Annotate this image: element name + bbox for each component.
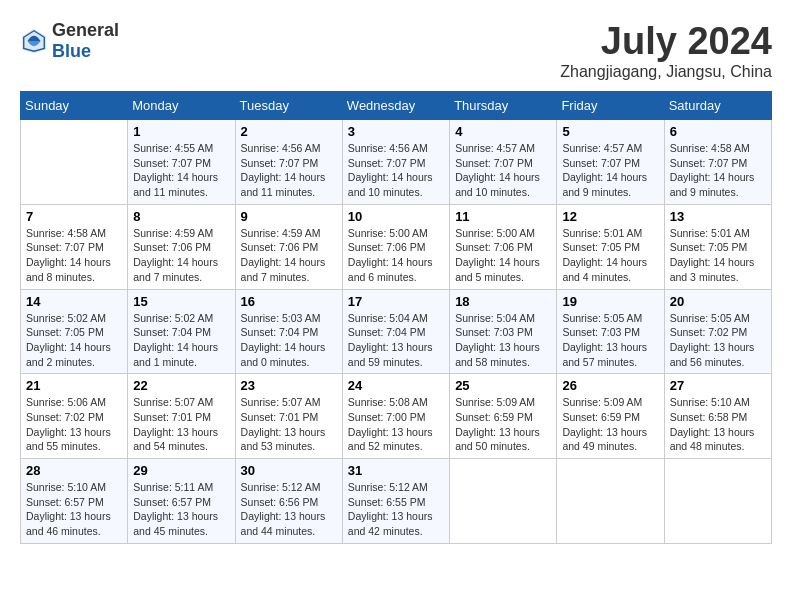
day-info: Sunrise: 5:10 AMSunset: 6:57 PMDaylight:… xyxy=(26,480,122,539)
calendar-cell: 3Sunrise: 4:56 AMSunset: 7:07 PMDaylight… xyxy=(342,120,449,205)
day-number: 5 xyxy=(562,124,658,139)
day-number: 17 xyxy=(348,294,444,309)
calendar-header: SundayMondayTuesdayWednesdayThursdayFrid… xyxy=(21,92,772,120)
day-info: Sunrise: 5:12 AMSunset: 6:56 PMDaylight:… xyxy=(241,480,337,539)
header-sunday: Sunday xyxy=(21,92,128,120)
day-number: 1 xyxy=(133,124,229,139)
day-number: 22 xyxy=(133,378,229,393)
header-tuesday: Tuesday xyxy=(235,92,342,120)
day-number: 20 xyxy=(670,294,766,309)
calendar-cell: 8Sunrise: 4:59 AMSunset: 7:06 PMDaylight… xyxy=(128,204,235,289)
title-area: July 2024 Zhangjiagang, Jiangsu, China xyxy=(560,20,772,81)
day-info: Sunrise: 4:57 AMSunset: 7:07 PMDaylight:… xyxy=(562,141,658,200)
calendar-cell: 20Sunrise: 5:05 AMSunset: 7:02 PMDayligh… xyxy=(664,289,771,374)
day-number: 31 xyxy=(348,463,444,478)
header-friday: Friday xyxy=(557,92,664,120)
day-number: 26 xyxy=(562,378,658,393)
day-number: 29 xyxy=(133,463,229,478)
calendar-cell xyxy=(557,459,664,544)
day-info: Sunrise: 5:12 AMSunset: 6:55 PMDaylight:… xyxy=(348,480,444,539)
day-info: Sunrise: 5:06 AMSunset: 7:02 PMDaylight:… xyxy=(26,395,122,454)
day-info: Sunrise: 5:11 AMSunset: 6:57 PMDaylight:… xyxy=(133,480,229,539)
day-number: 19 xyxy=(562,294,658,309)
day-number: 11 xyxy=(455,209,551,224)
calendar-week-1: 7Sunrise: 4:58 AMSunset: 7:07 PMDaylight… xyxy=(21,204,772,289)
day-number: 13 xyxy=(670,209,766,224)
day-info: Sunrise: 4:56 AMSunset: 7:07 PMDaylight:… xyxy=(241,141,337,200)
day-info: Sunrise: 5:00 AMSunset: 7:06 PMDaylight:… xyxy=(348,226,444,285)
day-info: Sunrise: 5:04 AMSunset: 7:03 PMDaylight:… xyxy=(455,311,551,370)
day-info: Sunrise: 4:59 AMSunset: 7:06 PMDaylight:… xyxy=(241,226,337,285)
calendar-cell: 16Sunrise: 5:03 AMSunset: 7:04 PMDayligh… xyxy=(235,289,342,374)
calendar-body: 1Sunrise: 4:55 AMSunset: 7:07 PMDaylight… xyxy=(21,120,772,544)
calendar-cell: 17Sunrise: 5:04 AMSunset: 7:04 PMDayligh… xyxy=(342,289,449,374)
day-number: 14 xyxy=(26,294,122,309)
day-info: Sunrise: 4:59 AMSunset: 7:06 PMDaylight:… xyxy=(133,226,229,285)
day-info: Sunrise: 5:02 AMSunset: 7:05 PMDaylight:… xyxy=(26,311,122,370)
day-number: 4 xyxy=(455,124,551,139)
day-number: 8 xyxy=(133,209,229,224)
header-thursday: Thursday xyxy=(450,92,557,120)
day-info: Sunrise: 4:57 AMSunset: 7:07 PMDaylight:… xyxy=(455,141,551,200)
day-info: Sunrise: 5:09 AMSunset: 6:59 PMDaylight:… xyxy=(562,395,658,454)
calendar-cell xyxy=(664,459,771,544)
day-number: 18 xyxy=(455,294,551,309)
day-number: 21 xyxy=(26,378,122,393)
day-number: 30 xyxy=(241,463,337,478)
calendar-cell: 18Sunrise: 5:04 AMSunset: 7:03 PMDayligh… xyxy=(450,289,557,374)
logo-blue-text: Blue xyxy=(52,41,91,61)
calendar-cell: 24Sunrise: 5:08 AMSunset: 7:00 PMDayligh… xyxy=(342,374,449,459)
day-number: 12 xyxy=(562,209,658,224)
calendar-cell xyxy=(450,459,557,544)
day-info: Sunrise: 4:56 AMSunset: 7:07 PMDaylight:… xyxy=(348,141,444,200)
day-info: Sunrise: 4:58 AMSunset: 7:07 PMDaylight:… xyxy=(670,141,766,200)
calendar-cell: 19Sunrise: 5:05 AMSunset: 7:03 PMDayligh… xyxy=(557,289,664,374)
header: General Blue July 2024 Zhangjiagang, Jia… xyxy=(20,20,772,81)
day-info: Sunrise: 5:09 AMSunset: 6:59 PMDaylight:… xyxy=(455,395,551,454)
day-info: Sunrise: 5:05 AMSunset: 7:03 PMDaylight:… xyxy=(562,311,658,370)
calendar-week-3: 21Sunrise: 5:06 AMSunset: 7:02 PMDayligh… xyxy=(21,374,772,459)
calendar-table: SundayMondayTuesdayWednesdayThursdayFrid… xyxy=(20,91,772,544)
calendar-cell: 9Sunrise: 4:59 AMSunset: 7:06 PMDaylight… xyxy=(235,204,342,289)
day-info: Sunrise: 5:04 AMSunset: 7:04 PMDaylight:… xyxy=(348,311,444,370)
calendar-cell: 5Sunrise: 4:57 AMSunset: 7:07 PMDaylight… xyxy=(557,120,664,205)
calendar-cell: 28Sunrise: 5:10 AMSunset: 6:57 PMDayligh… xyxy=(21,459,128,544)
calendar-cell: 21Sunrise: 5:06 AMSunset: 7:02 PMDayligh… xyxy=(21,374,128,459)
calendar-cell: 31Sunrise: 5:12 AMSunset: 6:55 PMDayligh… xyxy=(342,459,449,544)
calendar-cell: 15Sunrise: 5:02 AMSunset: 7:04 PMDayligh… xyxy=(128,289,235,374)
day-info: Sunrise: 5:05 AMSunset: 7:02 PMDaylight:… xyxy=(670,311,766,370)
calendar-cell: 30Sunrise: 5:12 AMSunset: 6:56 PMDayligh… xyxy=(235,459,342,544)
day-number: 7 xyxy=(26,209,122,224)
header-wednesday: Wednesday xyxy=(342,92,449,120)
calendar-cell: 25Sunrise: 5:09 AMSunset: 6:59 PMDayligh… xyxy=(450,374,557,459)
day-number: 16 xyxy=(241,294,337,309)
calendar-week-0: 1Sunrise: 4:55 AMSunset: 7:07 PMDaylight… xyxy=(21,120,772,205)
day-number: 25 xyxy=(455,378,551,393)
calendar-cell: 14Sunrise: 5:02 AMSunset: 7:05 PMDayligh… xyxy=(21,289,128,374)
calendar-cell: 22Sunrise: 5:07 AMSunset: 7:01 PMDayligh… xyxy=(128,374,235,459)
day-info: Sunrise: 5:07 AMSunset: 7:01 PMDaylight:… xyxy=(133,395,229,454)
header-monday: Monday xyxy=(128,92,235,120)
day-info: Sunrise: 4:58 AMSunset: 7:07 PMDaylight:… xyxy=(26,226,122,285)
calendar-cell: 10Sunrise: 5:00 AMSunset: 7:06 PMDayligh… xyxy=(342,204,449,289)
calendar-cell: 2Sunrise: 4:56 AMSunset: 7:07 PMDaylight… xyxy=(235,120,342,205)
day-info: Sunrise: 5:02 AMSunset: 7:04 PMDaylight:… xyxy=(133,311,229,370)
calendar-cell: 6Sunrise: 4:58 AMSunset: 7:07 PMDaylight… xyxy=(664,120,771,205)
day-info: Sunrise: 5:00 AMSunset: 7:06 PMDaylight:… xyxy=(455,226,551,285)
logo-general-text: General xyxy=(52,20,119,40)
day-number: 10 xyxy=(348,209,444,224)
day-number: 27 xyxy=(670,378,766,393)
calendar-cell: 12Sunrise: 5:01 AMSunset: 7:05 PMDayligh… xyxy=(557,204,664,289)
day-info: Sunrise: 4:55 AMSunset: 7:07 PMDaylight:… xyxy=(133,141,229,200)
header-row: SundayMondayTuesdayWednesdayThursdayFrid… xyxy=(21,92,772,120)
month-year-title: July 2024 xyxy=(560,20,772,63)
calendar-cell xyxy=(21,120,128,205)
calendar-cell: 23Sunrise: 5:07 AMSunset: 7:01 PMDayligh… xyxy=(235,374,342,459)
calendar-cell: 1Sunrise: 4:55 AMSunset: 7:07 PMDaylight… xyxy=(128,120,235,205)
day-info: Sunrise: 5:07 AMSunset: 7:01 PMDaylight:… xyxy=(241,395,337,454)
day-info: Sunrise: 5:03 AMSunset: 7:04 PMDaylight:… xyxy=(241,311,337,370)
day-number: 15 xyxy=(133,294,229,309)
day-number: 23 xyxy=(241,378,337,393)
calendar-cell: 27Sunrise: 5:10 AMSunset: 6:58 PMDayligh… xyxy=(664,374,771,459)
calendar-cell: 11Sunrise: 5:00 AMSunset: 7:06 PMDayligh… xyxy=(450,204,557,289)
